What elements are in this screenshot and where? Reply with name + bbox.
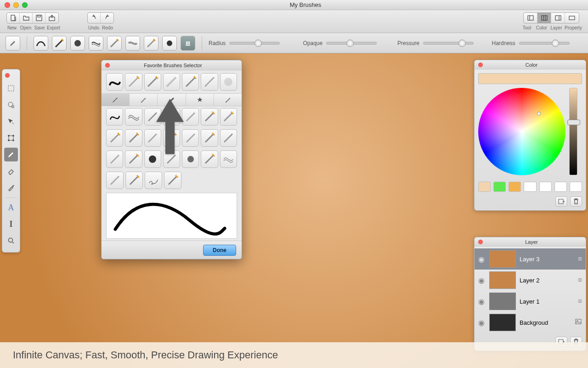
color-wheel-cursor[interactable]	[537, 112, 541, 115]
brush-preset-6[interactable]	[125, 36, 140, 51]
layer-panel-close[interactable]	[478, 240, 483, 244]
favorite-brush-7[interactable]	[220, 73, 237, 91]
brush-tab-pencil[interactable]	[102, 94, 130, 106]
layer-row-3[interactable]: ◉ Layer 3 ≡	[475, 248, 586, 270]
brush-preset-7[interactable]	[144, 36, 158, 51]
layer-image-icon[interactable]	[575, 318, 582, 327]
brush-preset-4[interactable]	[89, 36, 103, 51]
save-button[interactable]	[33, 13, 45, 23]
brush-grid-1[interactable]	[106, 108, 123, 126]
opaque-slider[interactable]	[326, 42, 377, 45]
brush-tool[interactable]	[4, 148, 18, 161]
favorite-brush-3[interactable]	[144, 73, 161, 91]
brush-grid-6[interactable]	[201, 108, 218, 126]
brush-toolbar: Radius Opaque Pressure Hardness	[0, 33, 588, 53]
window-minimize-button[interactable]	[13, 2, 19, 8]
brush-grid-9[interactable]	[125, 129, 142, 147]
undo-button[interactable]	[88, 13, 101, 23]
brush-tab-edit[interactable]	[214, 94, 242, 106]
text-vertical-tool[interactable]: I	[4, 217, 18, 231]
favorite-brush-2[interactable]	[125, 73, 142, 91]
brush-grid-20[interactable]	[201, 150, 218, 168]
done-button[interactable]: Done	[203, 245, 236, 256]
zoom-tool[interactable]	[4, 234, 18, 247]
brush-selector-button[interactable]	[181, 36, 195, 51]
layer-menu-icon[interactable]: ≡	[578, 276, 582, 284]
color-label: Color	[535, 25, 548, 30]
brush-preset-8[interactable]	[162, 36, 177, 51]
layer-visibility-icon[interactable]: ◉	[478, 276, 486, 285]
brush-tool-icon[interactable]	[6, 36, 20, 51]
swatch-7[interactable]	[570, 182, 582, 192]
swatch-6[interactable]	[554, 182, 567, 192]
swatch-3[interactable]	[509, 182, 521, 192]
color-wheel[interactable]	[478, 88, 565, 175]
swatch-1[interactable]	[478, 182, 491, 192]
brush-grid-22[interactable]	[106, 172, 124, 189]
svg-point-29	[187, 156, 194, 162]
brush-preset-3[interactable]	[70, 36, 85, 51]
popup-close-button[interactable]	[105, 63, 110, 68]
layer-visibility-icon[interactable]: ◉	[478, 318, 486, 327]
brush-grid-24[interactable]	[145, 172, 162, 189]
layer-menu-icon[interactable]: ≡	[578, 255, 582, 263]
brush-grid-25[interactable]	[164, 172, 181, 189]
window-title: My Brushes	[28, 1, 583, 8]
brush-grid-14[interactable]	[220, 129, 237, 147]
eraser-tool[interactable]	[4, 164, 18, 178]
swatch-4[interactable]	[524, 182, 536, 192]
brush-grid-2[interactable]	[125, 108, 142, 126]
hardness-slider[interactable]	[519, 42, 570, 45]
brush-grid-8[interactable]	[106, 129, 123, 147]
favorite-brush-5[interactable]	[182, 73, 199, 91]
tool-panel-toggle[interactable]	[524, 13, 537, 23]
brush-preset-1[interactable]	[34, 36, 48, 51]
brush-grid-15[interactable]	[106, 150, 123, 168]
swatch-5[interactable]	[539, 182, 552, 192]
brush-grid-13[interactable]	[201, 129, 218, 147]
ellipse-select-tool[interactable]	[4, 98, 18, 112]
window-close-button[interactable]	[5, 2, 10, 8]
marquee-tool[interactable]	[4, 81, 18, 95]
layer-row-1[interactable]: ◉ Layer 1 ≡	[475, 291, 586, 312]
radius-slider[interactable]	[229, 42, 280, 45]
layer-visibility-icon[interactable]: ◉	[478, 297, 486, 306]
move-tool[interactable]	[4, 115, 18, 128]
brush-grid-7[interactable]	[220, 108, 237, 126]
transform-tool[interactable]	[4, 131, 18, 145]
export-button[interactable]	[45, 13, 58, 23]
layer-row-2[interactable]: ◉ Layer 2 ≡	[475, 270, 586, 291]
brush-grid-23[interactable]	[125, 172, 143, 189]
brush-preset-5[interactable]	[107, 36, 122, 51]
layer-row-background[interactable]: ◉ Backgroud	[475, 312, 586, 333]
new-button[interactable]	[7, 13, 20, 23]
redo-button[interactable]	[101, 13, 113, 23]
pressure-slider[interactable]	[423, 42, 474, 45]
delete-swatch-button[interactable]	[570, 196, 582, 207]
swatch-2[interactable]	[493, 182, 506, 192]
color-panel-toggle[interactable]	[537, 13, 551, 23]
text-tool[interactable]: A	[4, 201, 18, 214]
brightness-slider[interactable]	[569, 88, 577, 175]
property-panel-toggle[interactable]	[565, 13, 579, 23]
window-zoom-button[interactable]	[22, 2, 28, 8]
favorite-brush-1[interactable]	[106, 73, 123, 91]
open-button[interactable]	[20, 13, 33, 23]
layer-panel-toggle[interactable]	[551, 13, 565, 23]
brush-grid-16[interactable]	[125, 150, 142, 168]
favorite-brush-4[interactable]	[163, 73, 180, 91]
favorite-brush-6[interactable]	[201, 73, 218, 91]
layer-menu-icon[interactable]: ≡	[578, 297, 582, 305]
layer-visibility-icon[interactable]: ◉	[478, 255, 486, 264]
tool-panel-close[interactable]	[5, 73, 10, 78]
brush-grid-21[interactable]	[220, 150, 237, 168]
color-panel-close[interactable]	[478, 63, 483, 67]
brush-tab-star[interactable]	[186, 94, 214, 106]
brightness-knob[interactable]	[567, 120, 580, 125]
layer-name: Layer 2	[520, 277, 574, 284]
eyedropper-tool[interactable]	[4, 181, 18, 195]
add-swatch-button[interactable]	[555, 196, 567, 207]
hardness-slider-block: Hardness	[492, 40, 583, 46]
brush-preset-2[interactable]	[52, 36, 67, 51]
current-color-display[interactable]	[478, 73, 582, 84]
